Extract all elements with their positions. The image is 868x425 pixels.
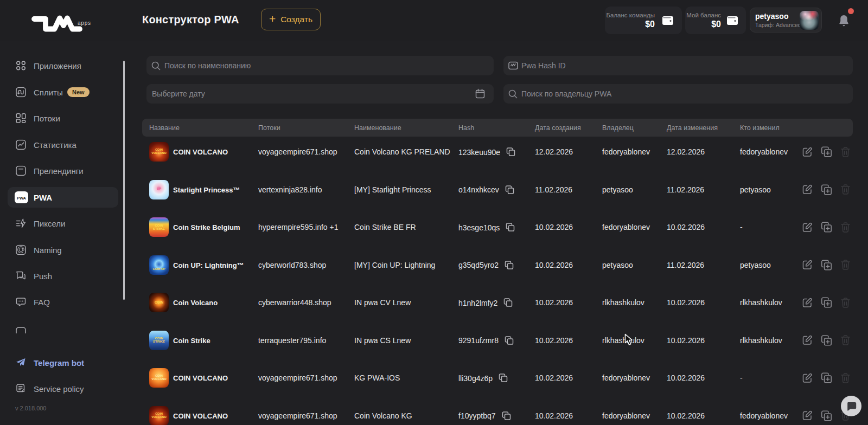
svg-text:PWA: PWA (17, 196, 26, 201)
